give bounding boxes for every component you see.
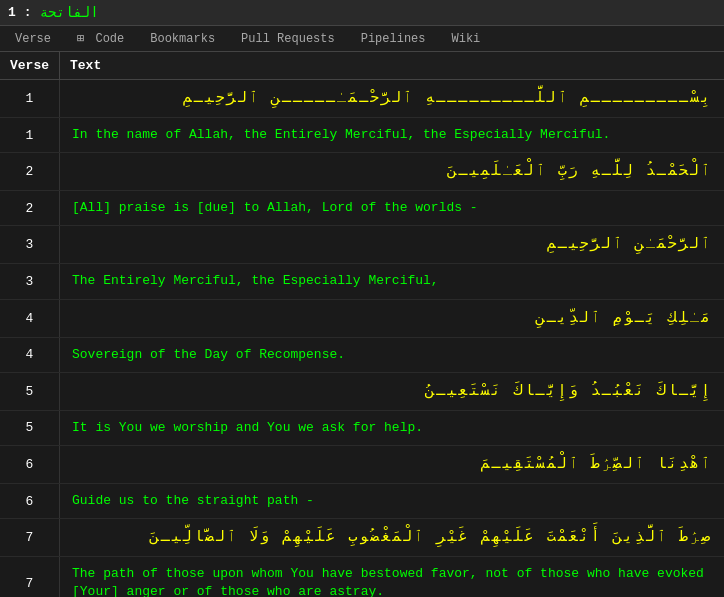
table-row: 2ٱلْحَمْـدُ لِلَّـهِ رَبِّ ٱلْعَـٰلَمِيـ… <box>0 153 724 191</box>
verse-number: 5 <box>0 411 60 445</box>
arabic-text: إِيَّـاكَ نَعْبُـدُ وَإِيَّـاكَ نَسْتَعِ… <box>60 373 724 410</box>
english-text: Sovereign of the Day of Recompense. <box>60 338 724 372</box>
header-row: Verse Text <box>0 52 724 80</box>
table-row: 4مَـٰلِكِ يَـوْمِ ٱلدِّيـنِ <box>0 300 724 338</box>
table-row: 5It is You we worship and You we ask for… <box>0 411 724 446</box>
top-bar: 1 : الفاتحة <box>0 0 724 26</box>
tab-pull-requests[interactable]: Pull Requests <box>230 27 346 51</box>
english-text: It is You we worship and You we ask for … <box>60 411 724 445</box>
verse-col-header: Verse <box>0 52 60 79</box>
bookmarks-tab-label: Bookmarks <box>150 32 215 46</box>
table-row: 1بِسْـــــــــمِ ٱللَّـــــــــهِ ٱلرَّح… <box>0 80 724 118</box>
english-text: The Entirely Merciful, the Especially Me… <box>60 264 724 298</box>
verse-tab-label: Verse <box>15 32 51 46</box>
table-row: 3The Entirely Merciful, the Especially M… <box>0 264 724 299</box>
verse-number: 6 <box>0 484 60 518</box>
verse-number: 4 <box>0 338 60 372</box>
table-row: 6Guide us to the straight path - <box>0 484 724 519</box>
english-text: The path of those upon whom You have bes… <box>60 557 724 597</box>
table-row: 3ٱلرَّحْمَـٰنِ ٱلرَّحِيـمِ <box>0 226 724 264</box>
verse-number: 5 <box>0 373 60 410</box>
english-text: [All] praise is [due] to Allah, Lord of … <box>60 191 724 225</box>
english-text: In the name of Allah, the Entirely Merci… <box>60 118 724 152</box>
verse-number: 7 <box>0 519 60 556</box>
verse-number: 4 <box>0 300 60 337</box>
verse-number: 6 <box>0 446 60 483</box>
table-row: 7صِرَٰطَ ٱلَّذِينَ أَنْعَمْتَ عَلَيْهِمْ… <box>0 519 724 557</box>
verse-number: 1 <box>0 80 60 117</box>
table-row: 2[All] praise is [due] to Allah, Lord of… <box>0 191 724 226</box>
table-row: 5إِيَّـاكَ نَعْبُـدُ وَإِيَّـاكَ نَسْتَع… <box>0 373 724 411</box>
code-tab-label: Code <box>95 32 124 46</box>
table-container: 1بِسْـــــــــمِ ٱللَّـــــــــهِ ٱلرَّح… <box>0 80 724 597</box>
wiki-tab-label: Wiki <box>452 32 481 46</box>
arabic-text: ٱهْدِنَا ٱلصِّرَٰطَ ٱلْمُسْتَقِيـمَ <box>60 446 724 483</box>
arabic-text: ٱلْحَمْـدُ لِلَّـهِ رَبِّ ٱلْعَـٰلَمِيـن… <box>60 153 724 190</box>
arabic-text: مَـٰلِكِ يَـوْمِ ٱلدِّيـنِ <box>60 300 724 337</box>
verse-number: 7 <box>0 557 60 597</box>
english-text: Guide us to the straight path - <box>60 484 724 518</box>
arabic-text: صِرَٰطَ ٱلَّذِينَ أَنْعَمْتَ عَلَيْهِمْ … <box>60 519 724 556</box>
verse-number: 2 <box>0 191 60 225</box>
verse-number: 3 <box>0 226 60 263</box>
tab-wiki[interactable]: Wiki <box>441 27 492 51</box>
arabic-text: بِسْـــــــــمِ ٱللَّـــــــــهِ ٱلرَّحْ… <box>60 80 724 117</box>
table-row: 1In the name of Allah, the Entirely Merc… <box>0 118 724 153</box>
table-row: 4Sovereign of the Day of Recompense. <box>0 338 724 373</box>
pull-requests-tab-label: Pull Requests <box>241 32 335 46</box>
tab-bookmarks[interactable]: Bookmarks <box>139 27 226 51</box>
verse-number: 2 <box>0 153 60 190</box>
verse-number: 1 <box>0 118 60 152</box>
chapter-title: الفاتحة <box>40 4 99 21</box>
tab-code[interactable]: ⊞ Code <box>66 26 135 51</box>
code-icon: ⊞ <box>77 32 84 46</box>
verse-number: 3 <box>0 264 60 298</box>
pipelines-tab-label: Pipelines <box>361 32 426 46</box>
tabs-bar: Verse ⊞ Code Bookmarks Pull Requests Pip… <box>0 26 724 52</box>
tab-verse[interactable]: Verse <box>4 27 62 51</box>
table-row: 6ٱهْدِنَا ٱلصِّرَٰطَ ٱلْمُسْتَقِيـمَ <box>0 446 724 484</box>
tab-pipelines[interactable]: Pipelines <box>350 27 437 51</box>
chapter-number: 1 <box>8 5 16 20</box>
text-col-header: Text <box>60 52 724 79</box>
table-row: 7The path of those upon whom You have be… <box>0 557 724 597</box>
arabic-text: ٱلرَّحْمَـٰنِ ٱلرَّحِيـمِ <box>60 226 724 263</box>
table-body: 1بِسْـــــــــمِ ٱللَّـــــــــهِ ٱلرَّح… <box>0 80 724 597</box>
divider: : <box>24 5 32 20</box>
